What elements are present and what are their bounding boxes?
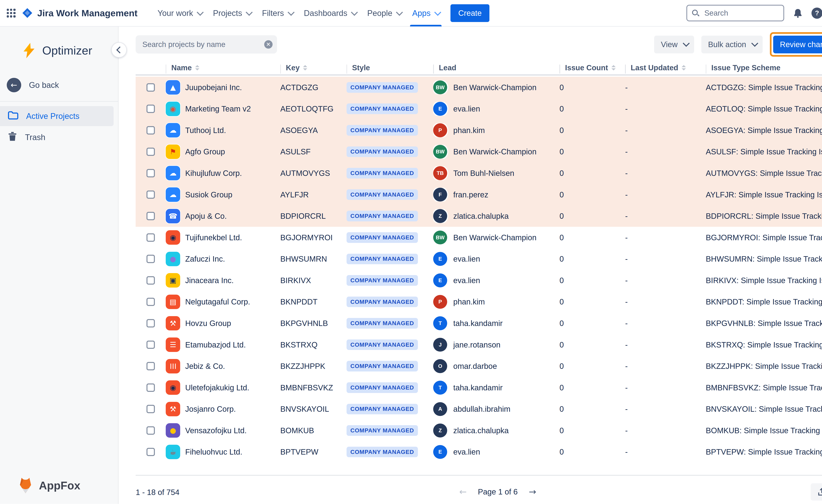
sidebar-collapse-button[interactable]: [111, 42, 127, 58]
table-row[interactable]: ☕Fiheluohvuc Ltd.BPTVEPWCOMPANY MANAGEDE…: [136, 441, 822, 463]
lead-avatar: BW: [433, 145, 447, 159]
global-search-input[interactable]: [703, 8, 779, 18]
table-row[interactable]: ◉Marketing Team v2AEOTLOQTFGCOMPANY MANA…: [136, 98, 822, 120]
issue-type-scheme: AEOTLOQ: Simple Issue Tracking I...: [706, 104, 822, 113]
table-row[interactable]: ☎Apoju & Co.BDPIORCRLCOMPANY MANAGEDZzla…: [136, 205, 822, 227]
table-row[interactable]: ▲Juupobejani Inc.ACTDGZGCOMPANY MANAGEDB…: [136, 77, 822, 98]
view-dropdown[interactable]: View: [654, 36, 694, 53]
table-row[interactable]: ☁Susiok GroupAYLFJRCOMPANY MANAGEDFfran.…: [136, 184, 822, 205]
nav-item-apps[interactable]: Apps: [407, 0, 445, 26]
project-key: AEOTLOQTFG: [280, 104, 347, 113]
prev-page-arrow-icon[interactable]: ←: [459, 487, 467, 497]
table-row[interactable]: ●Vensazofojku Ltd.BOMKUBCOMPANY MANAGEDZ…: [136, 420, 822, 441]
project-search-input[interactable]: [141, 40, 260, 49]
column-header-name[interactable]: Name: [166, 64, 280, 72]
table-row[interactable]: ◉Tujifunekbel Ltd.BGJORMYROICOMPANY MANA…: [136, 227, 822, 248]
review-changes-button[interactable]: Review changes 7: [773, 36, 822, 53]
project-lead-cell: Eeva.lien: [433, 102, 559, 116]
top-navigation-bar: Jira Work Management Your workProjectsFi…: [0, 0, 822, 27]
column-header-lead: Lead: [433, 64, 559, 72]
project-name-cell: ☰Etamubazjod Ltd.: [166, 337, 280, 352]
table-row[interactable]: ☁Kihujlufuw Corp.AUTMOVYGSCOMPANY MANAGE…: [136, 162, 822, 184]
project-key: ASOEGYA: [280, 126, 347, 135]
table-row[interactable]: ⚑Agfo GroupASULSFCOMPANY MANAGEDBWBen Wa…: [136, 141, 822, 163]
nav-item-label: Filters: [262, 9, 284, 18]
lead-name: Ben Warwick-Champion: [453, 233, 536, 242]
table-toolbar: ✕ View Bulk action Review changes 7: [136, 34, 822, 55]
row-checkbox[interactable]: [146, 190, 155, 199]
table-row[interactable]: ⚒Josjanro Corp.BNVSKAYOILCOMPANY MANAGED…: [136, 398, 822, 420]
project-avatar-vinyl-icon: ◉: [166, 230, 180, 245]
project-name-cell: ▤Nelgutagaful Corp.: [166, 295, 280, 309]
row-checkbox[interactable]: [146, 341, 155, 349]
row-checkbox[interactable]: [146, 83, 155, 92]
project-style-cell: COMPANY MANAGED: [347, 125, 433, 136]
nav-item-dashboards[interactable]: Dashboards: [298, 0, 362, 26]
column-header-last-updated[interactable]: Last Updated: [625, 64, 706, 72]
sidebar-item-active-projects[interactable]: Active Projects: [0, 106, 114, 126]
project-name: Marketing Team v2: [185, 104, 251, 113]
app-switcher-icon[interactable]: [7, 9, 16, 18]
nav-item-label: Projects: [213, 9, 242, 18]
column-header-issue-count[interactable]: Issue Count: [559, 64, 625, 72]
global-search[interactable]: [686, 5, 784, 21]
notifications-icon[interactable]: [793, 8, 803, 18]
style-badge: COMPANY MANAGED: [347, 189, 418, 200]
project-name: Kihujlufuw Corp.: [185, 169, 242, 178]
review-changes-label: Review changes: [780, 40, 822, 49]
table-row[interactable]: ☁Tuthooj Ltd.ASOEGYACOMPANY MANAGEDPphan…: [136, 120, 822, 141]
row-checkbox[interactable]: [146, 383, 155, 392]
nav-item-people[interactable]: People: [362, 0, 407, 26]
row-checkbox[interactable]: [146, 255, 155, 263]
bulk-action-label: Bulk action: [708, 40, 746, 49]
sidebar-item-trash[interactable]: Trash: [0, 127, 114, 147]
row-checkbox[interactable]: [146, 233, 155, 242]
table-row[interactable]: ●Zafuczi Inc.BHWSUMRNCOMPANY MANAGEDEeva…: [136, 248, 822, 270]
row-checkbox-cell: [136, 448, 166, 456]
help-icon[interactable]: ?: [811, 8, 822, 19]
table-row[interactable]: ▣Jinaceara Inc.BIRKIVXCOMPANY MANAGEDEev…: [136, 270, 822, 291]
row-checkbox[interactable]: [146, 405, 155, 413]
next-page-arrow-icon[interactable]: →: [529, 487, 536, 497]
bulk-action-dropdown[interactable]: Bulk action: [701, 36, 763, 53]
row-checkbox[interactable]: [146, 362, 155, 370]
project-name: Jinaceara Inc.: [185, 276, 234, 285]
table-row[interactable]: ⚒Hovzu GroupBKPGVHNLBCOMPANY MANAGEDTtah…: [136, 313, 822, 334]
lead-name: eva.lien: [453, 276, 480, 285]
nav-item-your-work[interactable]: Your work: [152, 0, 207, 26]
row-checkbox[interactable]: [146, 319, 155, 327]
clear-search-icon[interactable]: ✕: [264, 40, 273, 49]
table-row[interactable]: ☰Jebiz & Co.BKZZJHPPKCOMPANY MANAGEDOoma…: [136, 355, 822, 377]
row-checkbox-cell: [136, 212, 166, 220]
row-checkbox[interactable]: [146, 448, 155, 456]
row-checkbox[interactable]: [146, 212, 155, 220]
export-button[interactable]: Export: [811, 483, 822, 501]
row-checkbox-cell: [136, 276, 166, 285]
create-button[interactable]: Create: [450, 4, 489, 22]
appfox-brand-name: AppFox: [39, 479, 80, 492]
lead-name: eva.lien: [453, 104, 480, 113]
nav-item-projects[interactable]: Projects: [208, 0, 257, 26]
table-row[interactable]: ◉Uletefojakukig Ltd.BMBNFBSVKZCOMPANY MA…: [136, 377, 822, 398]
lightning-bolt-icon: [21, 42, 37, 59]
column-header-key[interactable]: Key: [280, 64, 347, 72]
go-back-button[interactable]: ← Go back: [7, 76, 118, 94]
issue-type-scheme: BHWSUMRN: Simple Issue Trackin...: [706, 254, 822, 263]
nav-right-cluster: ? ⚙ JR: [686, 5, 822, 21]
row-checkbox[interactable]: [146, 169, 155, 177]
row-checkbox[interactable]: [146, 126, 155, 134]
table-row[interactable]: ☰Etamubazjod Ltd.BKSTRXQCOMPANY MANAGEDJ…: [136, 334, 822, 356]
row-checkbox[interactable]: [146, 148, 155, 156]
project-name-cell: ☕Fiheluohvuc Ltd.: [166, 445, 280, 459]
project-key: BKNPDDT: [280, 297, 347, 306]
issue-type-scheme: BKNPDDT: Simple Issue Tracking I...: [706, 297, 822, 306]
row-checkbox[interactable]: [146, 276, 155, 285]
lead-name: Ben Warwick-Champion: [453, 83, 536, 92]
issue-type-scheme: BGJORMYROI: Simple Issue Tracki...: [706, 233, 822, 242]
project-search[interactable]: ✕: [136, 35, 277, 54]
row-checkbox[interactable]: [146, 105, 155, 113]
table-row[interactable]: ▤Nelgutagaful Corp.BKNPDDTCOMPANY MANAGE…: [136, 291, 822, 313]
nav-item-filters[interactable]: Filters: [257, 0, 298, 26]
row-checkbox[interactable]: [146, 298, 155, 306]
row-checkbox[interactable]: [146, 426, 155, 435]
